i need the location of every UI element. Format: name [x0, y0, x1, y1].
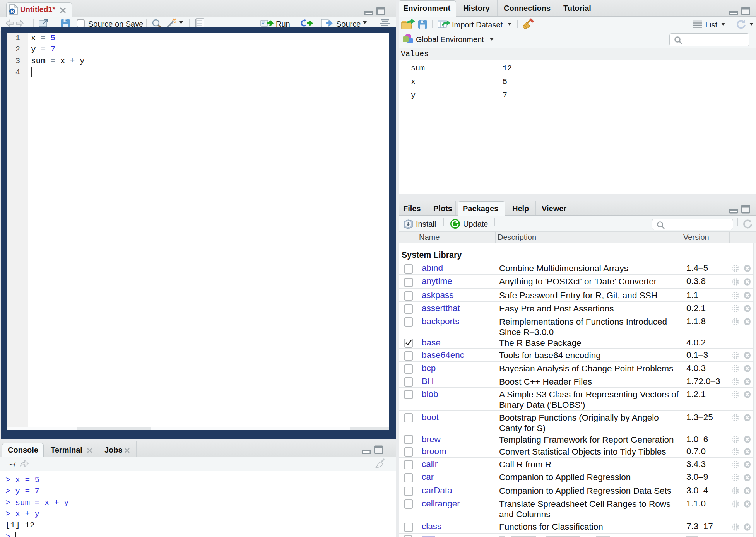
svg-text:R: R [10, 9, 14, 14]
